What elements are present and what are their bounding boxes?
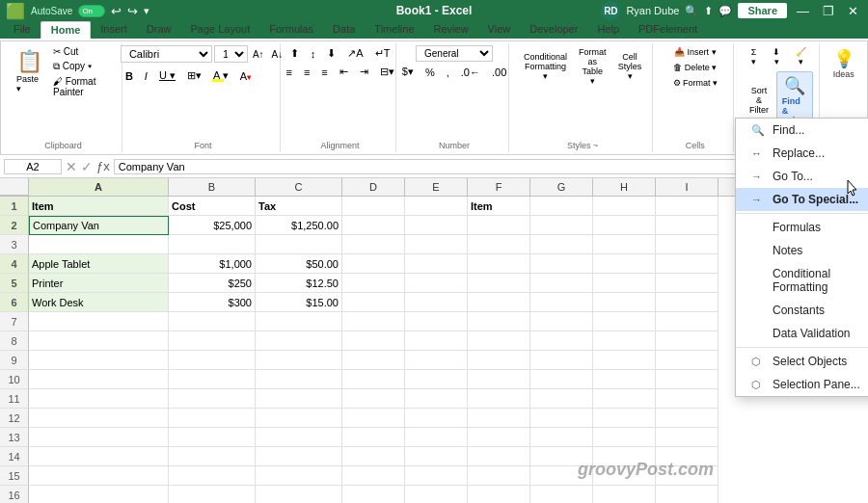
align-bottom-button[interactable]: ⬇ bbox=[322, 45, 340, 62]
ribbon-toggle-icon[interactable]: ⬆ bbox=[704, 5, 713, 17]
font-name-select[interactable]: Calibri bbox=[121, 45, 212, 63]
row-num-2[interactable]: 2 bbox=[0, 216, 29, 235]
cell-a2[interactable]: Company Van bbox=[29, 216, 169, 235]
dropdown-item-goto-special[interactable]: → Go To Special... bbox=[736, 188, 868, 211]
cell-h5[interactable] bbox=[593, 274, 656, 293]
cell-e4[interactable] bbox=[405, 254, 468, 274]
cell-b6[interactable]: $300 bbox=[169, 293, 256, 312]
tab-developer[interactable]: Developer bbox=[520, 21, 587, 39]
insert-function-icon[interactable]: ƒx bbox=[96, 159, 110, 173]
percent-button[interactable]: % bbox=[420, 64, 440, 80]
cell-h4[interactable] bbox=[593, 254, 656, 274]
format-painter-button[interactable]: 🖌 Format Painter bbox=[50, 75, 116, 98]
comments-icon[interactable]: 💬 bbox=[719, 5, 732, 17]
number-format-select[interactable]: General bbox=[416, 45, 493, 62]
col-header-b[interactable]: B bbox=[169, 178, 256, 196]
cell-c6[interactable]: $15.00 bbox=[256, 293, 342, 312]
cell-e1[interactable] bbox=[405, 197, 468, 216]
clear-button[interactable]: 🧹 ▾ bbox=[789, 45, 813, 68]
italic-button[interactable]: I bbox=[140, 68, 152, 84]
row-num-9[interactable]: 9 bbox=[0, 351, 29, 370]
cell-g1[interactable] bbox=[530, 197, 593, 216]
minimize-button[interactable]: — bbox=[793, 4, 813, 18]
cell-i2[interactable] bbox=[656, 216, 719, 235]
row-num-16[interactable]: 16 bbox=[0, 486, 29, 503]
col-header-c[interactable]: C bbox=[256, 178, 342, 196]
restore-button[interactable]: ❐ bbox=[819, 4, 838, 18]
cell-d2[interactable] bbox=[342, 216, 405, 235]
wrap-text-button[interactable]: ↵T bbox=[370, 45, 395, 62]
tab-review[interactable]: Review bbox=[424, 21, 478, 39]
cell-b1[interactable]: Cost bbox=[169, 197, 256, 216]
tab-view[interactable]: View bbox=[478, 21, 521, 39]
row-num-6[interactable]: 6 bbox=[0, 293, 29, 312]
dropdown-item-constants[interactable]: Constants bbox=[736, 299, 868, 322]
cell-f3[interactable] bbox=[468, 235, 530, 254]
cell-e6[interactable] bbox=[405, 293, 468, 312]
align-right-button[interactable]: ≡ bbox=[316, 64, 332, 80]
bold-button[interactable]: B bbox=[121, 68, 138, 84]
cell-f2[interactable] bbox=[468, 216, 530, 235]
align-center-button[interactable]: ≡ bbox=[299, 64, 314, 80]
row-num-5[interactable]: 5 bbox=[0, 274, 29, 293]
user-avatar[interactable]: RD bbox=[601, 1, 620, 20]
copy-button[interactable]: ⧉ Copy ▾ bbox=[50, 60, 116, 73]
row-num-15[interactable]: 15 bbox=[0, 466, 29, 486]
share-button[interactable]: Share bbox=[738, 3, 787, 18]
redo-icon[interactable]: ↪ bbox=[127, 4, 138, 18]
cell-i6[interactable] bbox=[656, 293, 719, 312]
col-header-d[interactable]: D bbox=[342, 178, 405, 196]
dropdown-item-replace[interactable]: ↔ Replace... bbox=[736, 142, 868, 165]
undo-icon[interactable]: ↩ bbox=[111, 4, 122, 18]
cell-h3[interactable] bbox=[593, 235, 656, 254]
paste-button[interactable]: 📋 Paste ▾ bbox=[11, 45, 48, 98]
merge-center-button[interactable]: ⊟▾ bbox=[375, 64, 399, 80]
tab-data[interactable]: Data bbox=[323, 21, 365, 39]
format-button[interactable]: ⚙ Format ▾ bbox=[668, 76, 723, 90]
accounting-button[interactable]: $▾ bbox=[397, 64, 419, 80]
col-header-i[interactable]: I bbox=[656, 178, 719, 196]
increase-indent-button[interactable]: ⇥ bbox=[355, 64, 373, 80]
cell-c4[interactable]: $50.00 bbox=[256, 254, 342, 274]
col-header-a[interactable]: A bbox=[29, 178, 169, 196]
dropdown-item-formulas[interactable]: Formulas bbox=[736, 216, 868, 239]
increase-decimal-button[interactable]: .00 bbox=[487, 64, 511, 80]
tab-help[interactable]: Help bbox=[587, 21, 629, 39]
row-num-10[interactable]: 10 bbox=[0, 370, 29, 389]
col-header-h[interactable]: H bbox=[593, 178, 656, 196]
fill-button[interactable]: ⬇ ▾ bbox=[766, 45, 788, 68]
tab-formulas[interactable]: Formulas bbox=[259, 21, 323, 39]
dropdown-item-notes[interactable]: Notes bbox=[736, 239, 868, 262]
cell-i4[interactable] bbox=[656, 254, 719, 274]
tab-home[interactable]: Home bbox=[41, 21, 92, 39]
cell-b2[interactable]: $25,000 bbox=[169, 216, 256, 235]
orientation-button[interactable]: ↗A bbox=[342, 45, 367, 62]
row-num-7[interactable]: 7 bbox=[0, 312, 29, 331]
tab-insert[interactable]: Insert bbox=[91, 21, 137, 39]
col-header-g[interactable]: G bbox=[530, 178, 593, 196]
dropdown-item-data-validation[interactable]: Data Validation bbox=[736, 322, 868, 345]
font-size-select[interactable]: 11 bbox=[214, 45, 248, 63]
cell-h1[interactable] bbox=[593, 197, 656, 216]
conditional-formatting-button[interactable]: ConditionalFormatting ▾ bbox=[519, 45, 572, 88]
ideas-button[interactable]: 💡 Ideas bbox=[827, 45, 860, 82]
dropdown-item-find[interactable]: 🔍 Find... bbox=[736, 119, 868, 142]
cell-e3[interactable] bbox=[405, 235, 468, 254]
dropdown-item-select-objects[interactable]: ⬡ Select Objects bbox=[736, 350, 868, 373]
increase-font-icon[interactable]: A↑ bbox=[250, 48, 267, 61]
row-num-3[interactable]: 3 bbox=[0, 235, 29, 254]
cell-a3[interactable] bbox=[29, 235, 169, 254]
insert-button[interactable]: 📥 Insert ▾ bbox=[668, 45, 723, 59]
cell-c3[interactable] bbox=[256, 235, 342, 254]
cell-i1[interactable] bbox=[656, 197, 719, 216]
col-header-f[interactable]: F bbox=[468, 178, 530, 196]
cell-a6[interactable]: Work Desk bbox=[29, 293, 169, 312]
cell-f6[interactable] bbox=[468, 293, 530, 312]
cell-f1[interactable]: Item bbox=[468, 197, 530, 216]
tab-file[interactable]: File bbox=[4, 21, 41, 39]
tab-draw[interactable]: Draw bbox=[137, 21, 181, 39]
align-middle-button[interactable]: ↕ bbox=[306, 45, 321, 62]
cell-d1[interactable] bbox=[342, 197, 405, 216]
cell-h6[interactable] bbox=[593, 293, 656, 312]
cell-h2[interactable] bbox=[593, 216, 656, 235]
